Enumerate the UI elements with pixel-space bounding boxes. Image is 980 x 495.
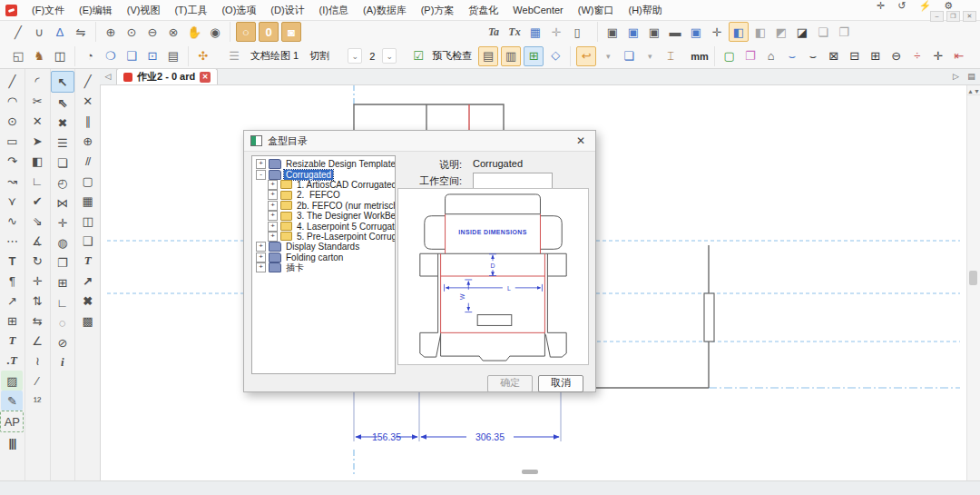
fill-rotate-icon[interactable]: ◩ (772, 23, 790, 41)
zoom-out-icon[interactable]: ⊖ (143, 23, 162, 41)
tree-item[interactable]: +1. ArtiosCAD Corrugated (252, 180, 395, 190)
tack-spacing-icon[interactable]: ÷ (908, 47, 926, 65)
circle-tool[interactable]: ⊙ (1, 111, 23, 131)
text-3d-tool[interactable]: T (77, 251, 99, 271)
fill-solid-icon[interactable]: ◪ (793, 23, 811, 41)
board-thickness-icon[interactable]: ⌶ (662, 47, 680, 65)
undo-icon[interactable]: ↺ (897, 0, 906, 12)
duplicate-tool[interactable]: ❏ (52, 153, 74, 173)
move-point-tool[interactable]: ✛ (26, 271, 48, 291)
layout-grid-icon[interactable]: ⊞ (524, 46, 544, 66)
tab-list-icon[interactable]: ▤ (965, 69, 978, 84)
tree-item[interactable]: -Corrugated (252, 169, 395, 179)
nest-home-icon[interactable]: ⌂ (762, 47, 780, 65)
crosshair-icon[interactable]: ✛ (708, 23, 726, 41)
outline-green-icon[interactable]: ▢ (720, 47, 739, 65)
menu-options[interactable]: (O)选项 (214, 0, 263, 20)
angle-measure-tool[interactable]: ∠ (26, 331, 48, 351)
text-annotation-tx-icon[interactable]: Tx (505, 23, 524, 41)
tree-toggle-icon[interactable]: + (256, 262, 266, 272)
diamond-select-icon[interactable]: ◇ (546, 46, 564, 64)
tree-toggle-icon[interactable]: + (268, 201, 278, 211)
frame-rect-tool[interactable]: ▢ (77, 171, 99, 191)
picture-move-icon[interactable]: ▣ (687, 23, 705, 41)
nudge-tool[interactable]: ⇅ (26, 291, 48, 311)
margin-limit-icon[interactable]: ⇤ (950, 47, 968, 65)
cross-cut-tool[interactable]: ✕ (77, 91, 99, 111)
step-polyline-tool[interactable]: ∟ (26, 171, 48, 191)
table-tool[interactable]: ⊞ (1, 311, 23, 331)
cross-break-tool[interactable]: ✕ (26, 111, 48, 131)
box-width-icon[interactable]: ⊟ (846, 47, 864, 65)
picture-sync-icon[interactable]: ▣ (624, 23, 642, 41)
box-delete-icon[interactable]: ⊠ (825, 47, 843, 65)
sheet-up-icon[interactable]: ▤ (478, 46, 498, 66)
counter-circle-icon[interactable]: ○ (236, 22, 256, 42)
scroll-split-icon[interactable]: ▼ (974, 88, 980, 95)
screen-capture-icon[interactable]: ▬ (666, 23, 684, 41)
counter-oval-icon[interactable]: 0 (259, 22, 279, 42)
grid-add-tool[interactable]: ⊞ (52, 272, 74, 292)
menu-scheme[interactable]: (P)方案 (414, 0, 462, 20)
split-panel-tool[interactable]: ◫ (77, 211, 99, 231)
check-verify-tool[interactable]: ✔ (26, 191, 48, 211)
tree-item[interactable]: +3. The Designer WorkBench (252, 211, 395, 221)
group-select-tool[interactable]: ⇖ (52, 93, 74, 113)
tree-item[interactable]: +4. Laserpoint 5 Corrugated (252, 221, 395, 231)
close-button[interactable]: ✕ (963, 11, 976, 22)
tree-toggle-icon[interactable]: + (256, 159, 266, 169)
split-tool[interactable]: ⋎ (1, 191, 23, 211)
angle-tool[interactable]: ∡ (26, 231, 48, 251)
box-mirror-icon[interactable]: ⊞ (867, 47, 885, 65)
revision-history-icon[interactable]: ◔ (81, 47, 99, 65)
move-crosshair-tool[interactable]: ✛ (52, 213, 74, 233)
blend-icon[interactable]: ⇋ (72, 23, 90, 41)
tree-toggle-icon[interactable]: + (268, 222, 278, 232)
delete-strong-tool[interactable]: ✖ (77, 291, 99, 311)
overlap-front-icon[interactable]: ❏ (814, 23, 832, 41)
tree-toggle-icon[interactable]: + (268, 232, 278, 242)
rebuild-design-dog-icon[interactable]: ♞ (30, 47, 48, 65)
cross-add-icon[interactable]: ✛ (929, 47, 947, 65)
save-icon[interactable]: ◫ (51, 47, 69, 65)
bridge-add-icon[interactable]: ⌣ (783, 47, 801, 65)
document-selector[interactable]: ☰ 文档绘图 1 切割 (218, 47, 340, 65)
scissors-cut-tool[interactable]: ✂ (26, 91, 48, 111)
fill-active-icon[interactable]: ◧ (729, 22, 749, 42)
drill-circle-tool[interactable]: ⊕ (77, 131, 99, 151)
mirror-arc-tool[interactable]: ≀ (26, 351, 48, 371)
tree-toggle-icon[interactable]: + (268, 180, 278, 190)
render-3d-barrel-tool[interactable]: ◍ (52, 233, 74, 252)
tab-scroll-left-icon[interactable]: ◁ (105, 69, 112, 84)
tree-toggle-icon[interactable]: + (256, 252, 266, 262)
zoom-rectangle-icon[interactable]: ⊙ (122, 23, 141, 41)
corner-tool[interactable]: ◜ (26, 71, 48, 91)
convert-to-3d-icon[interactable]: ❍ (102, 47, 120, 65)
menu-window[interactable]: (W)窗口 (571, 0, 622, 20)
menu-edit[interactable]: (E)编辑 (72, 0, 120, 20)
picture-add-icon[interactable]: ▣ (603, 23, 622, 41)
tree-item[interactable]: +2b. FEFCO (nur metrisch) (252, 201, 395, 211)
menu-palletize[interactable]: 货盘化 (461, 0, 505, 20)
draft-arc-icon[interactable]: ∪ (30, 23, 48, 41)
direction-dropdown-icon[interactable]: ▾ (599, 47, 617, 65)
layers-stack-icon[interactable]: ☰ (225, 47, 243, 65)
zoom-dropdown-icon[interactable]: ⌄ (382, 48, 397, 64)
sheet-grid-icon[interactable]: ▦ (526, 23, 544, 41)
zoom-level-value[interactable]: 2 (366, 49, 378, 63)
align-points-tool[interactable]: ⇆ (26, 311, 48, 331)
minimize-button[interactable]: – (930, 11, 944, 22)
tab-scroll-right-icon[interactable]: ▷ (949, 69, 963, 84)
preflight-checklist-icon[interactable]: ☑ (409, 47, 427, 65)
circle-center-tool[interactable]: ◌ (52, 312, 74, 332)
rotate-r-tool[interactable]: ↻ (26, 251, 48, 271)
layers-tool[interactable]: ☰ (52, 133, 74, 153)
catalog-tree[interactable]: +Resizable Design Templates-Corrugated+1… (251, 155, 396, 374)
counter-layout-tool[interactable]: ▩ (77, 311, 99, 331)
new-document-icon[interactable]: ▯ (568, 23, 586, 41)
wave-rule-tool[interactable]: ∿ (1, 211, 23, 231)
fill-light-icon[interactable]: ◧ (751, 23, 769, 41)
add-icon[interactable]: ✛ (877, 0, 885, 12)
ok-button[interactable]: 确定 (487, 375, 533, 392)
tree-toggle-icon[interactable]: + (268, 211, 278, 221)
